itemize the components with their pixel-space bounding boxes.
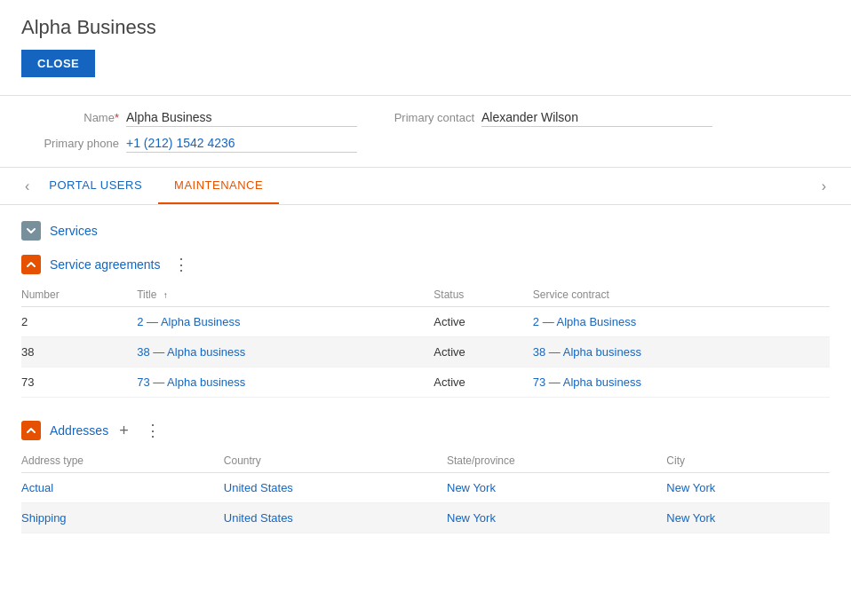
service-agreements-title: Service agreements xyxy=(50,257,161,272)
service-agreements-header-row: Number Title ↑ Status Service contract xyxy=(21,283,830,307)
service-agreements-section-header: Service agreements ⋮ xyxy=(21,246,830,280)
tabs-bar: ‹ PORTAL USERS MAINTENANCE › xyxy=(0,168,851,205)
addresses-toggle[interactable] xyxy=(21,421,41,440)
service-agreements-toggle[interactable] xyxy=(21,255,41,274)
name-label: Name* xyxy=(21,111,119,124)
addresses-add-button[interactable]: + xyxy=(115,423,132,438)
cell-city[interactable]: New York xyxy=(666,503,830,533)
cell-service-contract[interactable]: 38 — Alpha business xyxy=(533,337,830,367)
col-service-contract: Service contract xyxy=(533,283,830,307)
page-title: Alpha Business xyxy=(21,16,830,39)
form-row-name: Name* Alpha Business Primary contact Ale… xyxy=(21,110,830,127)
cell-number: 38 xyxy=(21,337,137,367)
cell-state-province[interactable]: New York xyxy=(447,503,666,533)
cell-number: 2 xyxy=(21,307,137,337)
tab-maintenance[interactable]: MAINTENANCE xyxy=(158,168,279,204)
primary-contact-label: Primary contact xyxy=(377,111,474,124)
addresses-row: Shipping United States New York New York xyxy=(21,503,830,533)
tabs-next-button[interactable]: › xyxy=(818,171,830,201)
name-field-group: Name* Alpha Business xyxy=(21,110,377,127)
cell-status: Active xyxy=(433,337,532,367)
service-agreements-row: 38 38 — Alpha business Active 38 — Alpha… xyxy=(21,337,830,367)
cell-address-type[interactable]: Shipping xyxy=(21,503,224,533)
services-section-header: Services xyxy=(21,212,830,246)
title-sort-icon: ↑ xyxy=(163,290,168,300)
cell-status: Active xyxy=(433,307,532,337)
col-status: Status xyxy=(433,283,532,307)
col-country: Country xyxy=(224,449,447,473)
service-agreements-table: Number Title ↑ Status Service contract 2… xyxy=(21,283,830,398)
form-section: Name* Alpha Business Primary contact Ale… xyxy=(0,96,851,168)
primary-phone-label: Primary phone xyxy=(21,137,119,150)
service-agreements-menu-button[interactable]: ⋮ xyxy=(170,257,193,272)
cell-service-contract[interactable]: 2 — Alpha Business xyxy=(533,307,830,337)
cell-state-province[interactable]: New York xyxy=(447,473,666,503)
col-city: City xyxy=(666,449,830,473)
addresses-header-row: Address type Country State/province City xyxy=(21,449,830,473)
cell-title[interactable]: 38 — Alpha business xyxy=(137,337,433,367)
col-state-province: State/province xyxy=(447,449,666,473)
cell-service-contract[interactable]: 73 — Alpha business xyxy=(533,367,830,398)
primary-phone-value: +1 (212) 1542 4236 xyxy=(126,136,357,153)
col-title: Title ↑ xyxy=(137,283,433,307)
spacer-1 xyxy=(21,398,830,412)
form-row-phone: Primary phone +1 (212) 1542 4236 xyxy=(21,136,830,153)
addresses-section-header: Addresses + ⋮ xyxy=(21,412,830,446)
cell-number: 73 xyxy=(21,367,137,398)
cell-address-type[interactable]: Actual xyxy=(21,473,224,503)
chevron-down-icon xyxy=(26,225,36,236)
cell-city[interactable]: New York xyxy=(666,473,830,503)
cell-country[interactable]: United States xyxy=(224,503,447,533)
tab-portal-users[interactable]: PORTAL USERS xyxy=(33,168,158,204)
cell-status: Active xyxy=(433,367,532,398)
services-toggle[interactable] xyxy=(21,221,41,241)
page-header: Alpha Business CLOSE xyxy=(0,0,851,86)
tabs-prev-button[interactable]: ‹ xyxy=(21,172,33,201)
name-value: Alpha Business xyxy=(126,110,357,127)
primary-contact-value: Alexander Wilson xyxy=(481,110,712,127)
service-agreements-row: 2 2 — Alpha Business Active 2 — Alpha Bu… xyxy=(21,307,830,337)
close-button[interactable]: CLOSE xyxy=(21,50,95,77)
col-number: Number xyxy=(21,283,137,307)
addresses-title: Addresses xyxy=(50,423,108,438)
cell-title[interactable]: 2 — Alpha Business xyxy=(137,307,433,337)
cell-country[interactable]: United States xyxy=(224,473,447,503)
content-area: Services Service agreements ⋮ Number Tit… xyxy=(0,205,851,555)
addresses-row: Actual United States New York New York xyxy=(21,473,830,503)
addresses-table: Address type Country State/province City… xyxy=(21,449,830,533)
phone-field-group: Primary phone +1 (212) 1542 4236 xyxy=(21,136,377,153)
col-address-type: Address type xyxy=(21,449,224,473)
service-agreements-row: 73 73 — Alpha business Active 73 — Alpha… xyxy=(21,367,830,398)
addresses-menu-button[interactable]: ⋮ xyxy=(141,423,164,438)
services-title: Services xyxy=(50,224,98,238)
chevron-up-icon xyxy=(26,259,36,270)
cell-title[interactable]: 73 — Alpha business xyxy=(137,367,433,398)
chevron-up-icon-2 xyxy=(26,425,36,436)
primary-contact-field-group: Primary contact Alexander Wilson xyxy=(377,110,732,127)
